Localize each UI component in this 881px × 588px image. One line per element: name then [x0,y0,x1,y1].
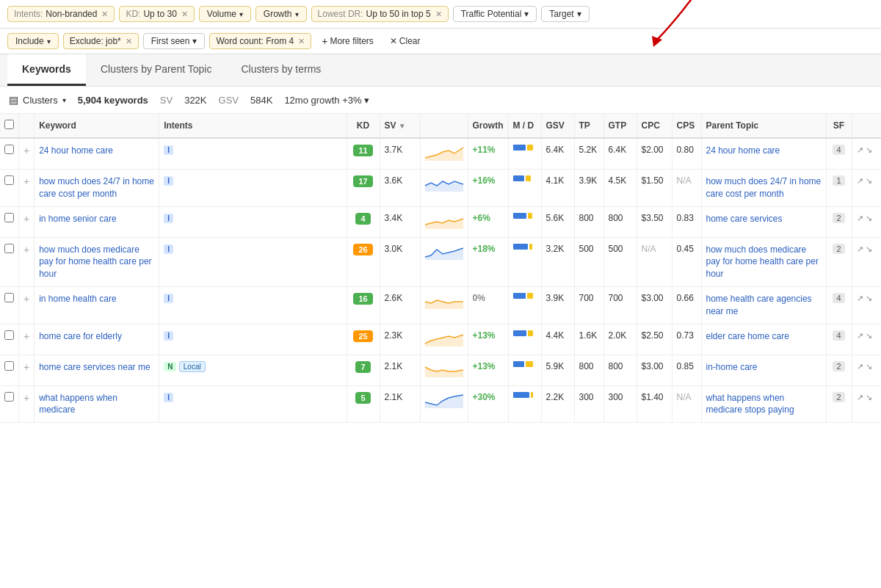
plus-icon[interactable]: + [23,145,29,156]
plus-icon[interactable]: + [23,361,29,373]
trend-down-icon[interactable]: ↘ [866,331,872,340]
growth-stat[interactable]: 12mo growth +3% ▾ [284,95,369,106]
filter-growth[interactable]: Growth ▾ [255,6,307,22]
col-header-sv[interactable]: SV ▼ [380,114,420,138]
filter-lowest-dr-close[interactable]: ✕ [435,10,442,19]
filter-word-count[interactable]: Word count: From 4 ✕ [209,33,311,49]
trend-down-icon[interactable]: ↘ [866,214,872,222]
filter-word-count-close[interactable]: ✕ [298,37,305,46]
row-checkbox[interactable] [4,244,14,253]
plus-icon[interactable]: + [23,175,29,187]
row-add-cell[interactable]: + [19,324,35,355]
plus-icon[interactable]: + [23,213,29,225]
trend-cell[interactable]: ↗ ↘ [852,385,881,423]
parent-link[interactable]: how much does medicare pay for home heal… [706,244,819,280]
row-checkbox[interactable] [4,145,14,154]
keyword-link[interactable]: 24 hour home care [39,145,113,156]
filter-include[interactable]: Include ▾ [7,33,59,49]
keyword-link[interactable]: what happens when medicare [39,393,117,415]
trend-cell[interactable]: ↗ ↘ [852,324,881,355]
filter-lowest-dr[interactable]: Lowest DR: Up to 50 in top 5 ✕ [311,6,449,22]
parent-link[interactable]: how much does 24/7 in home care cost per… [706,176,822,199]
keyword-link[interactable]: how much does 24/7 in home care cost per… [39,176,154,199]
trend-up-icon[interactable]: ↗ [857,294,863,302]
parent-link[interactable]: home health care agencies near me [706,294,812,316]
keyword-link[interactable]: home care services near me [39,362,150,372]
parent-link[interactable]: in-home care [706,362,758,372]
row-add-cell[interactable]: + [19,206,35,237]
trend-up-icon[interactable]: ↗ [857,362,863,371]
tab-clusters-terms[interactable]: Clusters by terms [226,54,336,86]
row-checkbox-cell[interactable] [0,138,19,170]
row-checkbox[interactable] [4,330,14,340]
keyword-link[interactable]: in home senior care [39,214,116,224]
filter-volume[interactable]: Volume ▾ [199,6,251,22]
row-add-cell[interactable]: + [19,385,35,423]
tab-keywords[interactable]: Keywords [7,54,86,86]
row-checkbox[interactable] [4,361,14,371]
filter-target[interactable]: Target ▾ [541,6,589,22]
more-filters-plus: + [322,35,327,47]
row-checkbox[interactable] [4,293,14,302]
trend-cell[interactable]: ↗ ↘ [852,170,881,207]
row-checkbox-cell[interactable] [0,170,19,207]
row-checkbox-cell[interactable] [0,324,19,355]
trend-down-icon[interactable]: ↘ [866,393,872,402]
clear-button[interactable]: ✕ Clear [384,34,427,48]
trend-up-icon[interactable]: ↗ [857,145,863,154]
row-checkbox-cell[interactable] [0,286,19,324]
trend-up-icon[interactable]: ↗ [857,244,863,253]
row-checkbox[interactable] [4,175,14,185]
trend-cell[interactable]: ↗ ↘ [852,138,881,170]
trend-down-icon[interactable]: ↘ [866,145,872,154]
trend-down-icon[interactable]: ↘ [866,244,872,253]
row-add-cell[interactable]: + [19,237,35,286]
clusters-dropdown[interactable]: ▤ Clusters ▾ [9,94,66,106]
row-add-cell[interactable]: + [19,170,35,207]
plus-icon[interactable]: + [23,293,29,305]
row-add-cell[interactable]: + [19,355,35,385]
trend-up-icon[interactable]: ↗ [857,393,863,402]
parent-link[interactable]: 24 hour home care [706,145,780,156]
trend-up-icon[interactable]: ↗ [857,331,863,340]
filter-exclude[interactable]: Exclude: job* ✕ [63,33,139,49]
keyword-link[interactable]: home care for elderly [39,331,122,341]
trend-down-icon[interactable]: ↘ [866,294,872,302]
plus-icon[interactable]: + [23,330,29,342]
row-checkbox-cell[interactable] [0,206,19,237]
parent-link[interactable]: what happens when medicare stops paying [706,393,794,415]
filter-traffic-potential[interactable]: Traffic Potential ▾ [453,6,537,22]
trend-cell[interactable]: ↗ ↘ [852,355,881,385]
row-checkbox[interactable] [4,213,14,222]
keyword-link[interactable]: in home health care [39,294,116,304]
trend-cell[interactable]: ↗ ↘ [852,237,881,286]
row-checkbox-cell[interactable] [0,237,19,286]
parent-link[interactable]: home care services [706,214,783,224]
trend-up-icon[interactable]: ↗ [857,176,863,185]
row-checkbox-cell[interactable] [0,355,19,385]
trend-down-icon[interactable]: ↘ [866,362,872,371]
md-blue-bar [513,145,526,150]
filter-exclude-close[interactable]: ✕ [126,37,132,46]
select-all-checkbox[interactable] [4,120,14,129]
row-checkbox-cell[interactable] [0,385,19,423]
tab-clusters-parent[interactable]: Clusters by Parent Topic [86,54,226,86]
plus-icon[interactable]: + [23,244,29,255]
trend-down-icon[interactable]: ↘ [866,176,872,185]
row-checkbox[interactable] [4,392,14,402]
row-add-cell[interactable]: + [19,286,35,324]
keyword-link[interactable]: how much does medicare pay for home heal… [39,244,151,280]
row-add-cell[interactable]: + [19,138,35,170]
parent-link[interactable]: elder care home care [706,331,789,341]
trend-cell[interactable]: ↗ ↘ [852,286,881,324]
filter-intents-close[interactable]: ✕ [101,10,108,19]
trend-up-icon[interactable]: ↗ [857,214,863,222]
filter-first-seen[interactable]: First seen ▾ [143,33,206,49]
filter-kd-close[interactable]: ✕ [181,10,188,19]
plus-icon[interactable]: + [23,392,29,404]
col-header-check[interactable] [0,114,19,138]
trend-cell[interactable]: ↗ ↘ [852,206,881,237]
filter-intents[interactable]: Intents: Non-branded ✕ [7,6,115,22]
more-filters-button[interactable]: + More filters [316,33,380,49]
filter-kd[interactable]: KD: Up to 30 ✕ [119,6,194,22]
